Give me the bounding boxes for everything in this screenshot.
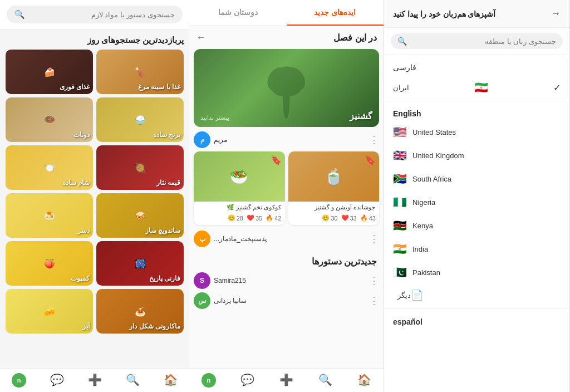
post3-avatar: S <box>194 272 210 289</box>
grid-item-0[interactable]: 🍗 غذا با سینه مرغ <box>96 50 184 94</box>
post2-menu-icon[interactable]: ⋮ <box>369 233 379 245</box>
recipe-card-1[interactable]: 🍵 🔖 جوشانده آویشن و گشنیز 43🔥 33❤️ 30😊 <box>288 151 380 225</box>
back-button[interactable]: ← <box>196 32 206 43</box>
country-row-ke[interactable]: 🇰🇪 Kenya <box>384 214 569 237</box>
other-label: دیگر <box>397 291 411 300</box>
iran-row[interactable]: ✓ 🇮🇷 ایران <box>384 76 569 99</box>
stat-num-1c: 30 <box>331 215 337 222</box>
chat-icon: 💬 <box>240 373 254 386</box>
nav-add[interactable]: ➕ <box>267 373 306 388</box>
r-add-icon: ➕ <box>88 373 102 386</box>
middle-content: در این فصل ← گشنیز بیشتر بدانید <box>189 26 384 368</box>
grid-item-label-10: ماکارونی شکل دار <box>129 322 180 330</box>
grid-item-label-9: کمپوت <box>71 275 90 282</box>
grid-item-label-1: غذای فوری <box>60 83 90 91</box>
herb-illustration <box>212 57 360 119</box>
r-nav-home[interactable]: 🏠 <box>151 373 189 388</box>
r-nav-profile[interactable]: n <box>0 373 38 388</box>
nav-home[interactable]: 🏠 <box>345 373 384 388</box>
recipe-card-title-1: جوشانده آویشن و گشنیز <box>288 202 380 213</box>
bookmark-icon-1[interactable]: 🔖 <box>365 155 376 165</box>
stat-num-1b: 33 <box>350 215 357 222</box>
right-search-input[interactable] <box>25 11 175 19</box>
grid-item-9[interactable]: 🍑 کمپوت <box>6 241 93 286</box>
ng-flag: 🇳🇬 <box>393 195 407 209</box>
r-nav-messages[interactable]: 💬 <box>38 373 76 388</box>
bottom-lang-section: español <box>384 311 569 332</box>
farsi-header: فارسی <box>384 58 569 76</box>
check-icon: ✓ <box>553 82 561 93</box>
nav-messages[interactable]: 💬 <box>228 373 267 388</box>
iran-flag: 🇮🇷 <box>474 81 488 94</box>
country-row-us[interactable]: 🇺🇸 United States <box>384 120 569 144</box>
ng-label: Nigeria <box>412 198 561 207</box>
grid-item-4[interactable]: 🥘 قیمه نثار <box>96 145 184 190</box>
grid-item-label-11: آیز <box>82 322 90 330</box>
post1-menu-icon[interactable]: ⋮ <box>369 134 379 146</box>
r-nav-search[interactable]: 🔍 <box>114 373 151 388</box>
grid-item-6[interactable]: 🥪 ساندویچ ساز <box>96 193 184 238</box>
other-row[interactable]: 📄 دیگر <box>384 284 569 306</box>
country-row-pk[interactable]: 🇵🇰 Pakistan <box>384 261 569 284</box>
right-search-icon: 🔍 <box>14 9 25 19</box>
post1-avatar: م <box>194 131 210 148</box>
grid-item-5[interactable]: 🍽️ شام ساده <box>6 145 93 190</box>
top-banner[interactable]: → آشپزهای هم‌زبان خود را پیدا کنید <box>384 0 569 28</box>
grid-item-10[interactable]: 🍝 ماکارونی شکل دار <box>96 289 184 334</box>
trending-grid-row-1: 🍗 غذا با سینه مرغ 🍰 غذای فوری <box>6 50 184 94</box>
trending-grid-row-4: 🥪 ساندویچ ساز 🍮 دسر <box>6 193 184 238</box>
stat-smile-2: 28😊 <box>228 214 243 222</box>
grid-item-label-4: قیمه نثار <box>156 179 180 187</box>
r-search-icon: 🔍 <box>126 373 140 386</box>
language-search-input[interactable] <box>410 37 556 46</box>
stat-fire-2: 42🔥 <box>266 214 281 222</box>
country-row-za[interactable]: 🇿🇦 South Africa <box>384 167 569 190</box>
bottom-lang-text: español <box>393 317 422 326</box>
recipe-card-2[interactable]: 🥗 🔖 کوکوی تخم گشنیز 🌿 42🔥 35❤️ 28😊 <box>194 151 285 225</box>
bookmark-icon-2[interactable]: 🔖 <box>271 155 282 165</box>
grid-item-label-2: برنج ساده <box>153 131 180 139</box>
home-icon: 🏠 <box>357 373 371 386</box>
tab-friends[interactable]: دوستان شما <box>189 0 287 26</box>
post1-username: مریم <box>214 136 227 144</box>
trending-grid-row-3: 🥘 قیمه نثار 🍽️ شام ساده <box>6 145 184 190</box>
newest-title: جدیدترین دستورها <box>312 256 377 267</box>
section-heading-newest: جدیدترین دستورها <box>194 251 379 272</box>
right-content: پربازدیدترین جستجوهای روز 🍗 غذا با سینه … <box>0 30 189 368</box>
tab-new-ideas[interactable]: ایده‌های جدید <box>287 0 384 26</box>
pk-label: Pakistan <box>412 268 561 277</box>
r-profile-avatar: n <box>12 373 26 388</box>
grid-item-7[interactable]: 🍮 دسر <box>6 193 93 238</box>
nav-search[interactable]: 🔍 <box>306 373 345 388</box>
stat-heart-2: 35❤️ <box>247 214 262 222</box>
post4-menu-icon[interactable]: ⋮ <box>369 295 379 307</box>
grid-item-3[interactable]: 🍩 دونات <box>6 97 93 142</box>
right-panel: 🔍 پربازدیدترین جستجوهای روز 🍗 غذا با سین… <box>0 0 189 392</box>
country-row-ng[interactable]: 🇳🇬 Nigeria <box>384 190 569 214</box>
post-header-1: ⋮ مریم م <box>194 131 379 148</box>
ke-label: Kenya <box>412 222 561 230</box>
right-search-wrap[interactable]: 🔍 <box>7 6 183 23</box>
recipe-card-stats-1: 43🔥 33❤️ 30😊 <box>288 213 380 225</box>
right-bottom-nav: 🏠 🔍 ➕ 💬 n <box>0 368 189 392</box>
country-row-uk[interactable]: 🇬🇧 United Kingdom <box>384 144 569 167</box>
grid-item-1[interactable]: 🍰 غذای فوری <box>6 50 93 94</box>
grid-item-2[interactable]: 🍚 برنج ساده <box>96 97 184 142</box>
recipe-cards-row: 🍵 🔖 جوشانده آویشن و گشنیز 43🔥 33❤️ 30😊 🥗… <box>194 151 379 225</box>
grid-item-label-8: فارنی پاریخ <box>149 275 180 282</box>
uk-flag: 🇬🇧 <box>393 149 407 162</box>
banner-text: آشپزهای هم‌زبان خود را پیدا کنید <box>393 9 495 18</box>
country-row-in[interactable]: 🇮🇳 India <box>384 237 569 261</box>
middle-tabs: ایده‌های جدید دوستان شما <box>189 0 384 26</box>
hero-sublabel: بیشتر بدانید <box>200 114 229 121</box>
search-input-wrap[interactable]: 🔍 <box>391 33 563 49</box>
post3-menu-icon[interactable]: ⋮ <box>369 275 379 287</box>
search-icon: 🔍 <box>397 37 407 46</box>
post3-user: Samira215 S <box>194 272 246 289</box>
grid-item-11[interactable]: 🧀 آیز <box>6 289 93 334</box>
nav-profile[interactable]: n <box>189 373 228 388</box>
r-nav-add[interactable]: ➕ <box>76 373 114 388</box>
grid-item-8[interactable]: 🎆 فارنی پاریخ <box>96 241 184 286</box>
us-flag: 🇺🇸 <box>393 125 407 139</box>
trending-grid-row-6: 🍝 ماکارونی شکل دار 🧀 آیز <box>6 289 184 334</box>
